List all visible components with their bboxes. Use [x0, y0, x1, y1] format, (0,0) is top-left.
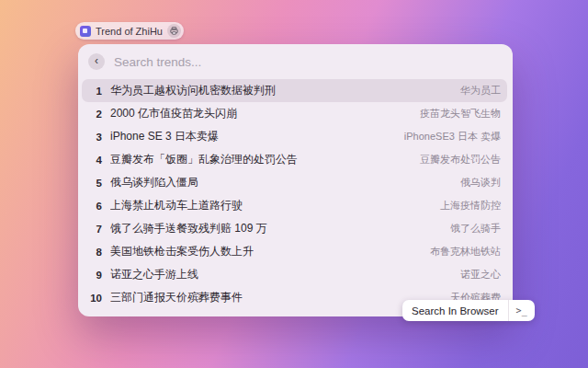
terminal-shortcut-icon: >_ [508, 300, 535, 321]
trend-title: 华为员工越权访问机密数据被判刑 [110, 83, 276, 98]
trend-title: 豆瓣发布「饭圈」乱象治理的处罚公告 [110, 152, 298, 167]
trend-rank: 6 [86, 201, 102, 212]
trend-tag: 华为员工 [460, 84, 501, 98]
trend-title: iPhone SE 3 日本卖爆 [110, 129, 219, 144]
search-bar: ‹ [78, 44, 513, 79]
trend-rank: 1 [86, 86, 102, 97]
trend-tag: 饿了么骑手 [450, 222, 501, 236]
plugin-app-icon [80, 26, 91, 37]
trend-tag: 疫苗龙头智飞生物 [420, 107, 501, 121]
trend-rank: 9 [86, 270, 102, 281]
trend-rank: 8 [86, 247, 102, 258]
plugin-badge-label: Trend of ZhiHu [96, 26, 163, 37]
print-icon[interactable] [167, 24, 181, 38]
trend-rank: 4 [86, 155, 102, 166]
plugin-badge[interactable]: Trend of ZhiHu [75, 22, 184, 40]
trend-tag: 俄乌谈判 [460, 176, 501, 190]
search-in-browser-button[interactable]: Search In Browser >_ [402, 300, 535, 321]
trend-rank: 3 [86, 132, 102, 143]
search-input[interactable] [114, 55, 502, 69]
trend-list-item[interactable]: 7 饿了么骑手送餐致残判赔 109 万 饿了么骑手 [82, 217, 507, 240]
trend-tag: 上海疫情防控 [440, 199, 501, 213]
trend-rank: 5 [86, 178, 102, 189]
trend-tag: 布鲁克林地铁站 [430, 245, 501, 259]
trend-list-item[interactable]: 8 美国地铁枪击案受伤人数上升 布鲁克林地铁站 [82, 240, 507, 263]
trend-title: 诺亚之心手游上线 [110, 267, 198, 282]
trend-tag: 豆瓣发布处罚公告 [420, 153, 501, 167]
trend-list-item[interactable]: 1 华为员工越权访问机密数据被判刑 华为员工 [82, 79, 507, 102]
trend-list-item[interactable]: 5 俄乌谈判陷入僵局 俄乌谈判 [82, 171, 507, 194]
trend-list-item[interactable]: 3 iPhone SE 3 日本卖爆 iPhoneSE3 日本 卖爆 [82, 125, 507, 148]
trend-rank: 2 [86, 109, 102, 120]
trend-title: 俄乌谈判陷入僵局 [110, 175, 198, 190]
trend-list: 1 华为员工越权访问机密数据被判刑 华为员工 2 2000 亿市值疫苗龙头闪崩 … [78, 79, 513, 315]
back-button[interactable]: ‹ [88, 53, 105, 70]
search-in-browser-label: Search In Browser [402, 300, 508, 321]
trend-list-item[interactable]: 4 豆瓣发布「饭圈」乱象治理的处罚公告 豆瓣发布处罚公告 [82, 148, 507, 171]
trend-title: 三部门通报天价殡葬费事件 [110, 290, 243, 305]
trend-title: 上海禁止机动车上道路行驶 [110, 198, 243, 213]
trend-tag: 诺亚之心 [460, 268, 501, 282]
trend-list-item[interactable]: 2 2000 亿市值疫苗龙头闪崩 疫苗龙头智飞生物 [82, 102, 507, 125]
trend-title: 美国地铁枪击案受伤人数上升 [110, 244, 254, 259]
trend-rank: 10 [86, 293, 102, 304]
trend-rank: 7 [86, 224, 102, 235]
trends-panel: ‹ 1 华为员工越权访问机密数据被判刑 华为员工 2 2000 亿市值疫苗龙头闪… [78, 44, 513, 316]
trend-list-item[interactable]: 6 上海禁止机动车上道路行驶 上海疫情防控 [82, 194, 507, 217]
trend-list-item[interactable]: 9 诺亚之心手游上线 诺亚之心 [82, 263, 507, 286]
trend-tag: iPhoneSE3 日本 卖爆 [404, 130, 501, 144]
trend-title: 2000 亿市值疫苗龙头闪崩 [110, 106, 237, 121]
trend-title: 饿了么骑手送餐致残判赔 109 万 [110, 221, 267, 236]
